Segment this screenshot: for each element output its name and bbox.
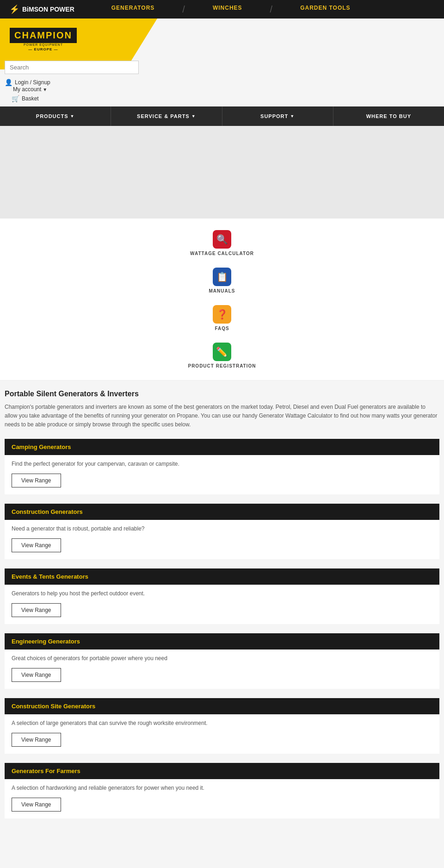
products-chevron: ▼ — [70, 114, 75, 119]
nav-divider-2: / — [270, 5, 273, 14]
category-header-events-tents: Events & Tents Generators — [5, 568, 439, 585]
quick-link-product-registration[interactable]: ✏️ PRODUCT REGISTRATION — [188, 340, 256, 371]
category-card-farmers: Generators For Farmers A selection of ha… — [5, 763, 439, 818]
my-account-label: My account — [13, 86, 41, 93]
brand-sub: POWER EQUIPMENT — [10, 43, 77, 46]
main-nav: PRODUCTS ▼ SERVICE & PARTS ▼ SUPPORT ▼ W… — [0, 106, 444, 126]
category-body-camping: Find the perfect generator for your camp… — [5, 455, 439, 494]
category-body-farmers: A selection of hardworking and reliable … — [5, 779, 439, 818]
category-card-events-tents: Events & Tents Generators Generators to … — [5, 568, 439, 624]
faqs-icon: ❓ — [213, 305, 231, 324]
category-desc-events-tents: Generators to help you host the perfect … — [12, 589, 432, 598]
category-body-construction-site: A selection of large generators that can… — [5, 714, 439, 754]
quick-link-faqs[interactable]: ❓ FAQS — [213, 303, 231, 333]
quick-link-manuals[interactable]: 📋 MANUALS — [209, 265, 235, 296]
login-label: Login / Signup — [15, 79, 50, 86]
wattage-calculator-icon: 🔍 — [213, 230, 231, 249]
category-card-engineering: Engineering Generators Great choices of … — [5, 633, 439, 689]
category-desc-camping: Find the perfect generator for your camp… — [12, 460, 432, 468]
products-label: PRODUCTS — [36, 113, 68, 119]
nav-item-products[interactable]: PRODUCTS ▼ — [0, 106, 111, 126]
search-input[interactable] — [5, 61, 139, 74]
top-nav: GENERATORS / WINCHES / GARDEN TOOLS — [111, 5, 351, 14]
category-card-construction: Construction Generators Need a generator… — [5, 504, 439, 559]
nav-generators[interactable]: GENERATORS — [111, 5, 155, 14]
user-actions: 👤 Login / Signup My account ▼ 🛒 Basket — [0, 76, 444, 105]
category-body-events-tents: Generators to help you host the perfect … — [5, 585, 439, 624]
product-registration-label: PRODUCT REGISTRATION — [188, 363, 256, 368]
champion-brand-name: CHAMPION — [10, 28, 77, 43]
bimson-brand-text: BiMSON POWER — [22, 6, 74, 13]
category-title-camping: Camping Generators — [12, 443, 432, 450]
nav-item-service-parts[interactable]: SERVICE & PARTS ▼ — [111, 106, 222, 126]
category-title-events-tents: Events & Tents Generators — [12, 573, 432, 580]
category-card-construction-site: Construction Site Generators A selection… — [5, 698, 439, 754]
category-body-construction: Need a generator that is robust, portabl… — [5, 520, 439, 559]
page-title: Portable Silent Generators & Inverters — [5, 390, 439, 398]
where-to-buy-label: WHERE TO BUY — [366, 113, 411, 119]
page-description: Champion's portable generators and inver… — [5, 403, 439, 430]
login-link[interactable]: 👤 Login / Signup — [5, 79, 439, 86]
category-title-construction-site: Construction Site Generators — [12, 703, 432, 710]
category-header-farmers: Generators For Farmers — [5, 763, 439, 779]
top-bar: ⚡ BiMSON POWER GENERATORS / WINCHES / GA… — [0, 0, 444, 19]
view-range-button-engineering[interactable]: View Range — [12, 668, 61, 682]
category-header-construction: Construction Generators — [5, 504, 439, 520]
category-desc-construction-site: A selection of large generators that can… — [12, 719, 432, 727]
view-range-button-events-tents[interactable]: View Range — [12, 603, 61, 617]
product-registration-icon: ✏️ — [213, 343, 231, 361]
manuals-icon: 📋 — [213, 268, 231, 286]
bimson-icon: ⚡ — [9, 4, 19, 14]
nav-divider-1: / — [182, 5, 185, 14]
view-range-button-construction-site[interactable]: View Range — [12, 733, 61, 747]
category-desc-construction: Need a generator that is robust, portabl… — [12, 525, 432, 533]
basket-label: Basket — [22, 95, 39, 102]
support-label: SUPPORT — [260, 113, 288, 119]
category-card-camping: Camping Generators Find the perfect gene… — [5, 439, 439, 494]
service-parts-chevron: ▼ — [191, 114, 196, 119]
category-header-construction-site: Construction Site Generators — [5, 698, 439, 714]
champion-logo[interactable]: ★★★ CHAMPION POWER EQUIPMENT — EUROPE — … — [0, 19, 91, 56]
category-title-farmers: Generators For Farmers — [12, 768, 432, 774]
content-section: Portable Silent Generators & Inverters C… — [0, 381, 444, 837]
category-title-engineering: Engineering Generators — [12, 638, 432, 645]
view-range-button-farmers[interactable]: View Range — [12, 798, 61, 812]
brand-europe: — EUROPE — — [10, 47, 77, 51]
search-bar[interactable] — [5, 61, 139, 74]
bimson-logo: ⚡ BiMSON POWER — [9, 4, 74, 14]
user-icon: 👤 — [5, 79, 12, 86]
quick-link-wattage-calculator[interactable]: 🔍 WATTAGE CALCULATOR — [190, 228, 254, 258]
nav-item-where-to-buy[interactable]: WHERE TO BUY — [333, 106, 444, 126]
nav-winches[interactable]: WINCHES — [213, 5, 242, 14]
header-section: ★★★ CHAMPION POWER EQUIPMENT — EUROPE — … — [0, 19, 444, 106]
wattage-calculator-label: WATTAGE CALCULATOR — [190, 251, 254, 256]
category-title-construction: Construction Generators — [12, 508, 432, 515]
nav-item-support[interactable]: SUPPORT ▼ — [222, 106, 333, 126]
basket-link[interactable]: 🛒 Basket — [12, 95, 439, 102]
service-parts-label: SERVICE & PARTS — [137, 113, 190, 119]
hero-banner — [0, 126, 444, 219]
quick-links-section: 🔍 WATTAGE CALCULATOR 📋 MANUALS ❓ FAQS ✏️… — [0, 219, 444, 381]
category-desc-engineering: Great choices of generators for portable… — [12, 654, 432, 662]
view-range-button-construction[interactable]: View Range — [12, 538, 61, 552]
manuals-label: MANUALS — [209, 288, 235, 293]
support-chevron: ▼ — [290, 114, 295, 119]
category-desc-farmers: A selection of hardworking and reliable … — [12, 784, 432, 792]
view-range-button-camping[interactable]: View Range — [12, 474, 61, 487]
faqs-label: FAQS — [215, 326, 229, 331]
category-body-engineering: Great choices of generators for portable… — [5, 649, 439, 689]
category-header-camping: Camping Generators — [5, 439, 439, 455]
nav-garden-tools[interactable]: GARDEN TOOLS — [300, 5, 350, 14]
basket-icon: 🛒 — [12, 95, 19, 102]
my-account[interactable]: My account ▼ — [13, 86, 439, 93]
category-header-engineering: Engineering Generators — [5, 633, 439, 649]
chevron-down-icon: ▼ — [43, 87, 47, 92]
